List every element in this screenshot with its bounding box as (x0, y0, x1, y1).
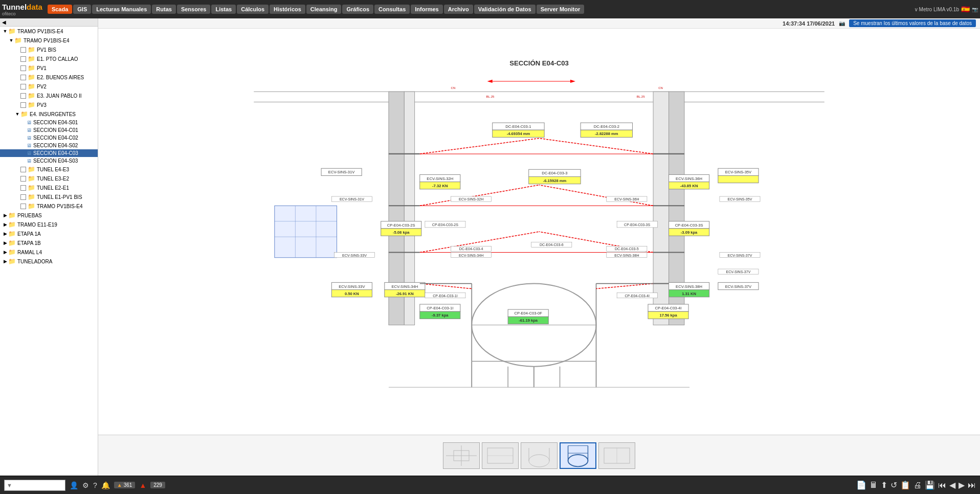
thumbnail-3[interactable] (521, 442, 558, 469)
checkbox-tunel_e1_pv1bis[interactable] (20, 194, 26, 200)
first-icon-btn[interactable]: ⏮ (938, 481, 946, 490)
svg-text:ECV-SINS-32H: ECV-SINS-32H (459, 197, 483, 201)
version-info: v Metro LIMA v0.1b 🇪🇸 📷 (915, 5, 978, 13)
settings-icon-btn[interactable]: ⚙ (82, 481, 89, 489)
print-icon-btn[interactable]: 🖨 (914, 481, 922, 490)
tree-item-e4_insurgentes[interactable]: ▼📁E4. INSURGENTES (0, 109, 98, 119)
tree-item-tunel_e2_e1[interactable]: 📁TUNEL E2-E1 (0, 183, 98, 192)
tree-item-ramal_l4[interactable]: ▶📁RAMAL L4 (0, 248, 98, 257)
nav-btn-validacion[interactable]: Validación de Datos (474, 5, 536, 14)
tree-item-e1_pto_callao[interactable]: 📁E1. PTO CALLAO (0, 54, 98, 63)
tree-item-e2_buenos_aires[interactable]: 📁E2. BUENOS AIRES (0, 73, 98, 82)
tree-toggle-ramal_l4[interactable]: ▶ (2, 249, 8, 255)
page-icon-seccion_e04_s03: 🖥 (27, 158, 32, 164)
clipboard-icon-btn[interactable]: 📋 (900, 480, 910, 490)
checkbox-pv2[interactable] (20, 84, 26, 89)
thumbnail-4[interactable] (560, 442, 596, 469)
user-icon-btn[interactable]: 👤 (70, 481, 78, 489)
nav-btn-calculos[interactable]: Cálculos (237, 5, 269, 14)
calc-icon-btn[interactable]: 🖩 (870, 481, 878, 490)
tree-toggle-tramo_pv1bis_e4_sub[interactable]: ▼ (8, 37, 14, 43)
diagram-container[interactable]: SECCIÓN E04-C03 (98, 29, 980, 435)
tree-item-tunel_e4_e3[interactable]: 📁TUNEL E4-E3 (0, 165, 98, 174)
checkbox-e2_buenos_aires[interactable] (20, 75, 26, 80)
nav-btn-lecturas[interactable]: Lecturas Manuales (92, 5, 151, 14)
tree-item-tuneladora[interactable]: ▶📁TUNELADORA (0, 257, 98, 266)
nav-btn-graficos[interactable]: Gráficos (342, 5, 373, 14)
tree-toggle-etapa_1a[interactable]: ▶ (2, 231, 8, 237)
checkbox-tunel_e2_e1[interactable] (20, 185, 26, 191)
tree-toggle-etapa_1b[interactable]: ▶ (2, 240, 8, 246)
svg-text:ECV-SINS-31V: ECV-SINS-31V (340, 197, 364, 201)
checkbox-pv1[interactable] (20, 65, 26, 71)
tree-item-tramo_e11_e19[interactable]: ▶📁TRAMO E11-E19 (0, 220, 98, 229)
tree-item-seccion_e04_s03[interactable]: 🖥SECCION E04-S03 (0, 157, 98, 165)
tree-item-seccion_e04_s01[interactable]: 🖥SECCION E04-S01 (0, 119, 98, 126)
nav-btn-cleansing[interactable]: Cleansing (306, 5, 342, 14)
nav-btn-consultas[interactable]: Consultas (374, 5, 410, 14)
tree-toggle-tramo_pv1bis_e4[interactable]: ▼ (2, 28, 8, 34)
tree-toggle-tramo_e11_e19[interactable]: ▶ (2, 221, 8, 228)
checkbox-pv3[interactable] (20, 102, 26, 108)
tree-item-seccion_e04_c03[interactable]: 🖥SECCION E04-C03 (0, 149, 98, 157)
tree-item-pv2[interactable]: 📁PV2 (0, 82, 98, 91)
nav-btn-historicos[interactable]: Históricos (270, 5, 305, 14)
nav-btn-server_monitor[interactable]: Server Monitor (537, 5, 585, 14)
tree-item-seccion_e04_c02[interactable]: 🖥SECCION E04-C02 (0, 134, 98, 142)
tree-item-seccion_e04_s02[interactable]: 🖥SECCION E04-S02 (0, 142, 98, 149)
svg-text:ECV-SINS-34H: ECV-SINS-34H (391, 284, 418, 289)
tree-item-pv1_bis[interactable]: 📁PV1 BIS (0, 45, 98, 54)
svg-line-11 (539, 138, 653, 153)
nav-btn-sensores[interactable]: Sensores (177, 5, 211, 14)
tree-item-etapa_1b[interactable]: ▶📁ETAPA 1B (0, 238, 98, 248)
checkbox-tramo_pv1bis_e4b[interactable] (20, 204, 26, 209)
tree-item-etapa_1a[interactable]: ▶📁ETAPA 1A (0, 229, 98, 238)
nav-btn-rutas[interactable]: Rutas (152, 5, 176, 14)
folder-icon2-tunel_e4_e3: 📁 (28, 166, 35, 173)
thumbnail-2[interactable] (482, 442, 519, 469)
upload-icon-btn[interactable]: ⬆ (881, 480, 887, 490)
svg-text:ECV-SINS-37V: ECV-SINS-37V (727, 254, 752, 258)
thumbnail-5[interactable] (598, 442, 635, 469)
checkbox-e3_juan_pablo[interactable] (20, 93, 26, 99)
prev-icon-btn[interactable]: ◀ (949, 480, 955, 490)
checkbox-tunel_e3_e2[interactable] (20, 176, 26, 182)
thumbnail-1[interactable] (443, 442, 480, 469)
refresh-icon-btn[interactable]: ↺ (890, 480, 897, 490)
tree-item-pv3[interactable]: 📁PV3 (0, 100, 98, 109)
checkbox-pv1_bis[interactable] (20, 47, 26, 53)
tree-item-tunel_e1_pv1bis[interactable]: 📁TUNEL E1-PV1 BIS (0, 192, 98, 201)
tree-label-tunel_e4_e3: TUNEL E4-E3 (37, 167, 69, 172)
camera-icon-2[interactable]: 📷 (839, 20, 845, 26)
search-input[interactable] (4, 480, 65, 491)
sidebar-collapse-icon[interactable]: ◀ (2, 19, 6, 25)
checkbox-e1_pto_callao[interactable] (20, 56, 26, 62)
help-icon-btn[interactable]: ? (93, 481, 97, 489)
tree-label-etapa_1b: ETAPA 1B (17, 240, 41, 246)
next-icon-btn[interactable]: ▶ (959, 480, 965, 490)
last-icon-btn[interactable]: ⏭ (968, 481, 976, 490)
alert-icon-btn[interactable]: ▲ (139, 481, 146, 489)
svg-text:-43.85 KN: -43.85 KN (680, 184, 698, 188)
tree-item-tramo_pv1bis_e4b[interactable]: 📁TRAMO PV1BIS-E4 (0, 201, 98, 211)
tree-toggle-tuneladora[interactable]: ▶ (2, 258, 8, 264)
tree-item-tramo_pv1bis_e4_sub[interactable]: ▼📁TRAMO PV1BIS-E4 (0, 36, 98, 45)
tree-item-tramo_pv1bis_e4[interactable]: ▼📁TRAMO PV1BIS-E4 (0, 27, 98, 36)
nav-btn-archivo[interactable]: Archivo (444, 5, 473, 14)
notifications-icon-btn[interactable]: 🔔 (101, 481, 110, 489)
nav-btn-informes[interactable]: Informes (411, 5, 442, 14)
tree-toggle-e4_insurgentes[interactable]: ▼ (14, 111, 20, 117)
nav-btn-gis[interactable]: GIS (73, 5, 91, 14)
tree-toggle-pruebas[interactable]: ▶ (2, 212, 8, 218)
tree-item-pv1[interactable]: 📁PV1 (0, 63, 98, 73)
tree-item-e3_juan_pablo[interactable]: 📁E3. JUAN PABLO II (0, 91, 98, 100)
nav-btn-listas[interactable]: Listas (211, 5, 236, 14)
tree-item-tunel_e3_e2[interactable]: 📁TUNEL E3-E2 (0, 174, 98, 183)
save-icon-btn[interactable]: 💾 (925, 480, 935, 490)
checkbox-tunel_e4_e3[interactable] (20, 167, 26, 172)
tree-item-pruebas[interactable]: ▶📁PRUEBAS (0, 211, 98, 220)
tree-label-seccion_e04_c03: SECCION E04-C03 (33, 150, 78, 156)
export-icon-btn[interactable]: 📄 (856, 480, 866, 490)
tree-item-seccion_e04_c01[interactable]: 🖥SECCION E04-C01 (0, 126, 98, 134)
nav-btn-scada[interactable]: Scada (48, 5, 72, 14)
